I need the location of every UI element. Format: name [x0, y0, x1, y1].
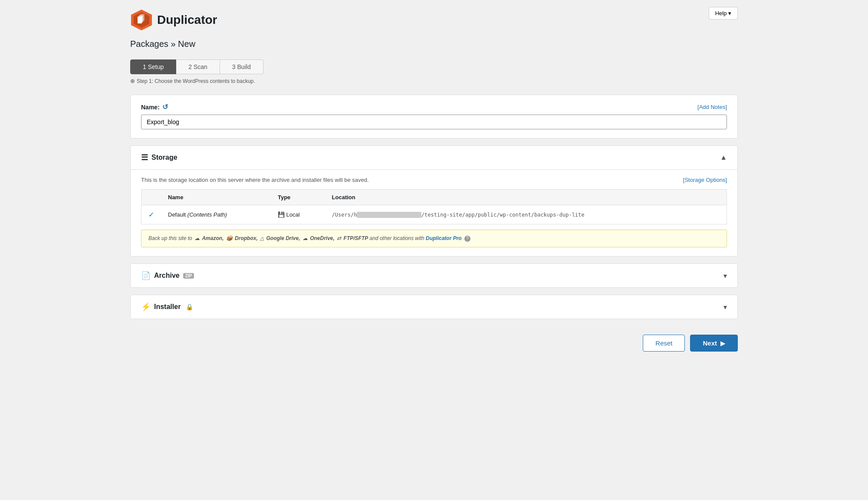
storage-section-panel: ☰ Storage ▲ This is the storage location…	[130, 145, 738, 257]
storage-icon: ☰	[141, 153, 148, 162]
archive-chevron-icon: ▾	[723, 272, 727, 280]
storage-row-type: 💾 Local	[271, 205, 325, 224]
storage-desc-row: This is the storage location on this ser…	[141, 177, 727, 183]
storage-row-name: Default (Contents Path)	[161, 205, 271, 224]
gdrive-icon: △	[260, 235, 264, 241]
step-1-button[interactable]: 1 Setup	[130, 59, 176, 74]
logo-area: Duplicator	[130, 9, 738, 31]
installer-section-header[interactable]: ⚡ Installer 🔒 ▾	[131, 295, 737, 319]
upgrade-notice-text: Back up this site to ☁ Amazon, 📦 Dropbox…	[148, 235, 470, 241]
pro-help-icon: ?	[464, 236, 470, 242]
storage-options-link[interactable]: [Storage Options]	[683, 177, 727, 183]
name-label-row: Name: ↺ [Add Notes]	[141, 103, 727, 111]
dropbox-icon: 📦	[226, 235, 233, 241]
name-refresh-icon[interactable]: ↺	[162, 103, 168, 111]
duplicator-pro-link[interactable]: Duplicator Pro	[426, 235, 462, 241]
storage-table-check-header	[141, 190, 161, 205]
storage-section-title: ☰ Storage	[141, 153, 178, 162]
storage-section-body: This is the storage location on this ser…	[131, 170, 737, 256]
help-label: Help ▾	[715, 10, 731, 16]
duplicator-logo-icon	[130, 9, 153, 31]
storage-row-location: /Users/h████████████████████/testing-sit…	[325, 205, 727, 224]
help-button[interactable]: Help ▾	[709, 7, 738, 20]
name-section-body: Name: ↺ [Add Notes]	[131, 95, 737, 138]
zip-badge: zip	[183, 273, 194, 279]
local-drive-icon: 💾	[278, 211, 285, 218]
archive-section-header[interactable]: 📄 Archive zip ▾	[131, 264, 737, 287]
storage-table-name-header: Name	[161, 190, 271, 205]
steps-row: 1 Setup 2 Scan 3 Build	[130, 59, 738, 74]
installer-section-title: ⚡ Installer 🔒	[141, 302, 193, 312]
storage-table-location-header: Location	[325, 190, 727, 205]
storage-row-check: ✓	[141, 205, 161, 224]
breadcrumb: Packages » New	[130, 39, 738, 49]
wp-icon: ⊕	[130, 78, 135, 84]
storage-description: This is the storage location on this ser…	[141, 177, 369, 183]
storage-section-header[interactable]: ☰ Storage ▲	[131, 146, 737, 170]
archive-section-title: 📄 Archive zip	[141, 271, 194, 280]
upgrade-notice: Back up this site to ☁ Amazon, 📦 Dropbox…	[141, 230, 727, 247]
app-title: Duplicator	[157, 13, 217, 27]
storage-chevron-icon: ▲	[720, 154, 727, 161]
archive-section-panel: 📄 Archive zip ▾	[130, 263, 738, 288]
step-3-button[interactable]: 3 Build	[220, 59, 263, 74]
add-notes-link[interactable]: [Add Notes]	[697, 104, 727, 110]
reset-button[interactable]: Reset	[643, 335, 685, 352]
next-button[interactable]: Next ▶	[690, 335, 738, 352]
onedrive-icon: ☁	[302, 235, 308, 241]
svg-rect-4	[140, 14, 145, 21]
storage-table: Name Type Location ✓ Default (Contents P…	[141, 189, 727, 224]
storage-location-path: /Users/h████████████████████/testing-sit…	[332, 212, 585, 218]
installer-icon: ⚡	[141, 302, 151, 312]
storage-table-type-header: Type	[271, 190, 325, 205]
next-arrow-icon: ▶	[720, 340, 725, 347]
location-blurred: ████████████████████	[357, 212, 421, 218]
amazon-icon: ☁	[194, 235, 200, 241]
archive-icon: 📄	[141, 271, 151, 280]
installer-chevron-icon: ▾	[723, 303, 727, 311]
storage-table-row: ✓ Default (Contents Path) 💾 Local	[141, 205, 727, 224]
bottom-bar: Reset Next ▶	[130, 326, 738, 365]
ftp-icon: ⇄	[337, 235, 341, 241]
name-input[interactable]	[141, 115, 727, 129]
step-hint: ⊕ Step 1: Choose the WordPress contents …	[130, 78, 738, 84]
step-2-button[interactable]: 2 Scan	[176, 59, 220, 74]
name-label: Name: ↺	[141, 103, 168, 111]
installer-section-panel: ⚡ Installer 🔒 ▾	[130, 295, 738, 319]
check-icon: ✓	[148, 211, 154, 218]
name-section-panel: Name: ↺ [Add Notes]	[130, 95, 738, 138]
lock-icon: 🔒	[186, 303, 193, 310]
